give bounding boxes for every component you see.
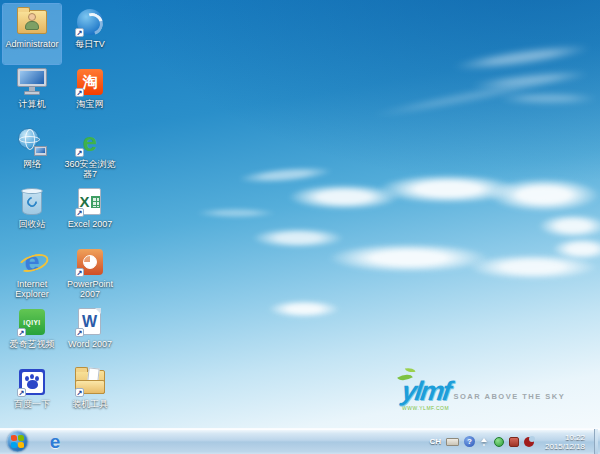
clock-time: 10:22: [545, 433, 585, 442]
shortcut-arrow-icon: ↗: [75, 268, 84, 277]
desktop-icon-grid: Administrator 计算机 网络 回收站 e Internet Expl…: [3, 4, 119, 424]
help-tray-icon[interactable]: ?: [464, 436, 475, 447]
desktop-icon-excel[interactable]: X ↗ Excel 2007: [61, 184, 119, 244]
desktop-icon-word[interactable]: W ↗ Word 2007: [61, 304, 119, 364]
icon-label: 淘宝网: [61, 99, 119, 109]
baidu-paw-icon: ↗: [16, 366, 48, 398]
icon-label: 回收站: [3, 219, 61, 229]
desktop-icon-baidu[interactable]: ↗ 百度一下: [3, 364, 61, 424]
ime-language-indicator[interactable]: CH: [429, 437, 441, 446]
internet-explorer-icon: e: [50, 432, 61, 451]
cloud: [268, 300, 340, 318]
desktop-icon-360-browser[interactable]: e ↗ 360安全浏览器7: [61, 124, 119, 184]
desktop-icon-powerpoint[interactable]: ↗ PowerPoint 2007: [61, 244, 119, 304]
word-icon: W ↗: [74, 306, 106, 338]
icon-label: 每日TV: [61, 39, 119, 49]
shortcut-arrow-icon: ↗: [75, 88, 84, 97]
clock-date: 2015/12/18: [545, 442, 585, 451]
system-tray: CH ? 10:22 2015/12/18: [429, 429, 600, 454]
desktop-icon-iqiyi[interactable]: iQIYI ↗ 爱奇艺视频: [3, 304, 61, 364]
desktop-icon-internet-explorer[interactable]: e Internet Explorer: [3, 244, 61, 304]
moon-tray-icon[interactable]: [524, 437, 534, 447]
meiri-tv-icon: ↗: [74, 6, 106, 38]
show-desktop-button[interactable]: [594, 429, 598, 454]
windows-desktop: ylmf SOAR ABOVE THE SKY WWW.YLMF.COM Adm…: [0, 0, 600, 454]
cloud: [238, 164, 334, 186]
desktop-icon-administrator[interactable]: Administrator: [3, 4, 61, 64]
security-tray-icon[interactable]: [494, 437, 504, 447]
keyboard-icon[interactable]: [446, 438, 459, 446]
cloud: [488, 178, 600, 212]
shortcut-arrow-icon: ↗: [75, 208, 84, 217]
user-folder-icon: [16, 6, 48, 38]
shortcut-arrow-icon: ↗: [17, 328, 26, 337]
icon-label: 网络: [3, 159, 61, 169]
taobao-icon: 淘 ↗: [74, 66, 106, 98]
ylmf-watermark: ylmf SOAR ABOVE THE SKY WWW.YLMF.COM: [402, 380, 592, 411]
cloud: [498, 93, 598, 104]
icon-label: Administrator: [3, 39, 61, 49]
windows-logo-icon: [11, 435, 24, 448]
recycle-bin-icon: [16, 186, 48, 218]
watermark-slogan: SOAR ABOVE THE SKY: [454, 392, 566, 401]
powerpoint-icon: ↗: [74, 246, 106, 278]
shortcut-arrow-icon: ↗: [75, 388, 84, 397]
ylmf-logo-text: ylmf: [400, 380, 451, 402]
taskbar-internet-explorer-button[interactable]: e: [38, 430, 72, 454]
icon-label: 装机工具: [61, 399, 119, 409]
desktop-icon-taobao[interactable]: 淘 ↗ 淘宝网: [61, 64, 119, 124]
cloud: [328, 243, 490, 273]
desktop-icon-meiri-tv[interactable]: ↗ 每日TV: [61, 4, 119, 64]
icon-label: Excel 2007: [61, 219, 119, 229]
computer-icon: [16, 66, 48, 98]
start-button[interactable]: [7, 431, 28, 452]
taskbar: e CH ? 10:22 2015/12/18: [0, 428, 600, 454]
cloud: [538, 214, 600, 238]
desktop-icon-computer[interactable]: 计算机: [3, 64, 61, 124]
desktop-icon-recycle-bin[interactable]: 回收站: [3, 184, 61, 244]
shortcut-arrow-icon: ↗: [75, 328, 84, 337]
antivirus-tray-icon[interactable]: [509, 437, 519, 447]
desktop-icon-network[interactable]: 网络: [3, 124, 61, 184]
icon-label: Internet Explorer: [3, 279, 61, 299]
internet-explorer-icon: e: [16, 246, 48, 278]
taskbar-clock[interactable]: 10:22 2015/12/18: [539, 433, 589, 451]
excel-icon: X ↗: [74, 186, 106, 218]
desktop-icon-tools-folder[interactable]: ↗ 装机工具: [61, 364, 119, 424]
icon-label: PowerPoint 2007: [61, 279, 119, 299]
show-hidden-icons-button[interactable]: [480, 437, 489, 446]
icon-label: 百度一下: [3, 399, 61, 409]
shortcut-arrow-icon: ↗: [75, 148, 84, 157]
icon-label: 爱奇艺视频: [3, 339, 61, 349]
cloud: [452, 40, 593, 74]
network-globe-icon: [16, 126, 48, 158]
cloud: [252, 228, 344, 248]
iqiyi-icon: iQIYI ↗: [16, 306, 48, 338]
shortcut-arrow-icon: ↗: [75, 28, 84, 37]
shortcut-arrow-icon: ↗: [17, 388, 26, 397]
tools-folder-icon: ↗: [74, 366, 106, 398]
icon-label: Word 2007: [61, 339, 119, 349]
icon-label: 360安全浏览器7: [61, 159, 119, 179]
icon-label: 计算机: [3, 99, 61, 109]
360-browser-icon: e ↗: [74, 126, 106, 158]
cloud: [196, 208, 276, 218]
